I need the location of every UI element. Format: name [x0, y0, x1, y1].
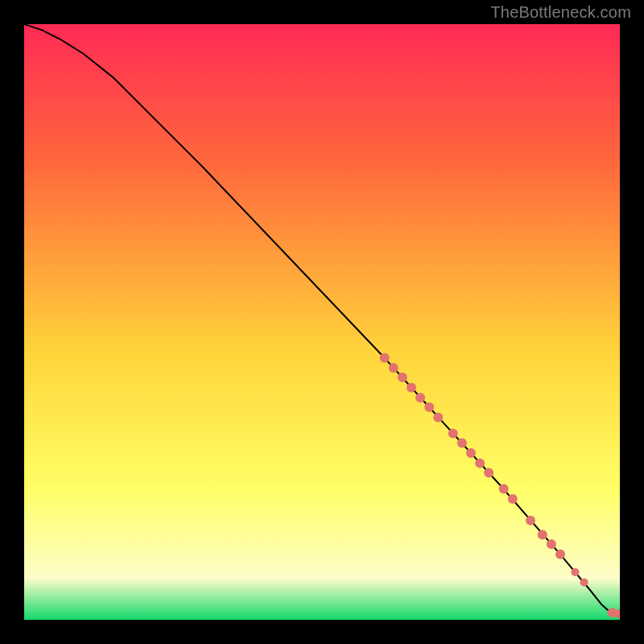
- data-point: [424, 402, 434, 412]
- data-point: [398, 373, 407, 382]
- data-point: [526, 515, 535, 525]
- data-point: [499, 484, 509, 493]
- data-point: [433, 412, 443, 422]
- data-point: [457, 438, 467, 448]
- data-point: [538, 530, 547, 539]
- data-point: [389, 363, 398, 373]
- data-point: [580, 578, 588, 586]
- data-point: [484, 468, 493, 477]
- attribution-label: TheBottleneck.com: [490, 3, 631, 22]
- data-point: [407, 382, 416, 392]
- chart-frame: TheBottleneck.com: [0, 0, 644, 644]
- data-point: [415, 393, 425, 402]
- data-point: [466, 448, 476, 458]
- gradient-background: [24, 24, 620, 620]
- data-point: [380, 353, 390, 362]
- data-point: [547, 539, 556, 549]
- data-point: [508, 494, 518, 504]
- data-point: [448, 428, 458, 438]
- plot-area: [24, 24, 620, 620]
- chart-svg: [24, 24, 620, 620]
- data-point: [475, 458, 485, 468]
- data-point: [555, 550, 565, 559]
- data-point: [572, 568, 580, 576]
